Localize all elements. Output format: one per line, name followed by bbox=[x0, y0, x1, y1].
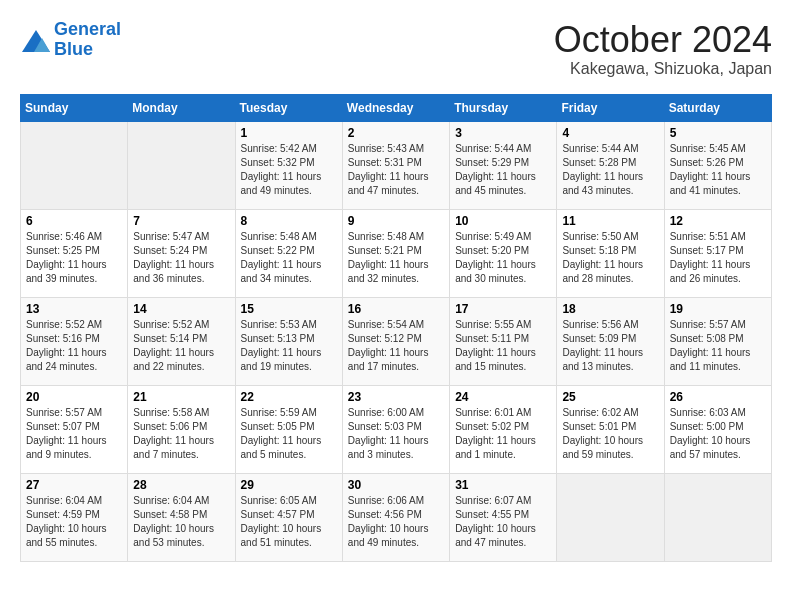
logo-icon bbox=[20, 28, 50, 52]
day-detail: Sunrise: 5:46 AMSunset: 5:25 PMDaylight:… bbox=[26, 230, 122, 286]
calendar-cell: 5Sunrise: 5:45 AMSunset: 5:26 PMDaylight… bbox=[664, 121, 771, 209]
day-number: 6 bbox=[26, 214, 122, 228]
calendar-cell: 9Sunrise: 5:48 AMSunset: 5:21 PMDaylight… bbox=[342, 209, 449, 297]
day-detail: Sunrise: 5:44 AMSunset: 5:28 PMDaylight:… bbox=[562, 142, 658, 198]
day-number: 30 bbox=[348, 478, 444, 492]
day-detail: Sunrise: 5:48 AMSunset: 5:22 PMDaylight:… bbox=[241, 230, 337, 286]
day-number: 15 bbox=[241, 302, 337, 316]
day-number: 25 bbox=[562, 390, 658, 404]
day-number: 18 bbox=[562, 302, 658, 316]
calendar-cell: 26Sunrise: 6:03 AMSunset: 5:00 PMDayligh… bbox=[664, 385, 771, 473]
day-detail: Sunrise: 5:57 AMSunset: 5:07 PMDaylight:… bbox=[26, 406, 122, 462]
day-detail: Sunrise: 5:49 AMSunset: 5:20 PMDaylight:… bbox=[455, 230, 551, 286]
day-number: 20 bbox=[26, 390, 122, 404]
calendar-cell: 8Sunrise: 5:48 AMSunset: 5:22 PMDaylight… bbox=[235, 209, 342, 297]
calendar-cell bbox=[21, 121, 128, 209]
calendar-cell: 25Sunrise: 6:02 AMSunset: 5:01 PMDayligh… bbox=[557, 385, 664, 473]
calendar-cell: 16Sunrise: 5:54 AMSunset: 5:12 PMDayligh… bbox=[342, 297, 449, 385]
day-detail: Sunrise: 5:57 AMSunset: 5:08 PMDaylight:… bbox=[670, 318, 766, 374]
day-detail: Sunrise: 5:56 AMSunset: 5:09 PMDaylight:… bbox=[562, 318, 658, 374]
calendar-cell: 12Sunrise: 5:51 AMSunset: 5:17 PMDayligh… bbox=[664, 209, 771, 297]
logo: General Blue bbox=[20, 20, 121, 60]
day-detail: Sunrise: 5:45 AMSunset: 5:26 PMDaylight:… bbox=[670, 142, 766, 198]
weekday-header-row: SundayMondayTuesdayWednesdayThursdayFrid… bbox=[21, 94, 772, 121]
calendar-cell: 14Sunrise: 5:52 AMSunset: 5:14 PMDayligh… bbox=[128, 297, 235, 385]
calendar-cell: 22Sunrise: 5:59 AMSunset: 5:05 PMDayligh… bbox=[235, 385, 342, 473]
day-number: 31 bbox=[455, 478, 551, 492]
day-detail: Sunrise: 5:43 AMSunset: 5:31 PMDaylight:… bbox=[348, 142, 444, 198]
weekday-header: Wednesday bbox=[342, 94, 449, 121]
day-detail: Sunrise: 6:04 AMSunset: 4:58 PMDaylight:… bbox=[133, 494, 229, 550]
logo-text: General Blue bbox=[54, 20, 121, 60]
day-detail: Sunrise: 5:52 AMSunset: 5:16 PMDaylight:… bbox=[26, 318, 122, 374]
calendar-cell: 18Sunrise: 5:56 AMSunset: 5:09 PMDayligh… bbox=[557, 297, 664, 385]
day-detail: Sunrise: 6:00 AMSunset: 5:03 PMDaylight:… bbox=[348, 406, 444, 462]
calendar-cell: 13Sunrise: 5:52 AMSunset: 5:16 PMDayligh… bbox=[21, 297, 128, 385]
calendar-cell: 11Sunrise: 5:50 AMSunset: 5:18 PMDayligh… bbox=[557, 209, 664, 297]
location: Kakegawa, Shizuoka, Japan bbox=[554, 60, 772, 78]
day-number: 22 bbox=[241, 390, 337, 404]
weekday-header: Monday bbox=[128, 94, 235, 121]
day-number: 1 bbox=[241, 126, 337, 140]
calendar-cell bbox=[128, 121, 235, 209]
day-number: 3 bbox=[455, 126, 551, 140]
day-detail: Sunrise: 5:55 AMSunset: 5:11 PMDaylight:… bbox=[455, 318, 551, 374]
logo-line1: General bbox=[54, 19, 121, 39]
day-detail: Sunrise: 5:54 AMSunset: 5:12 PMDaylight:… bbox=[348, 318, 444, 374]
calendar-cell: 27Sunrise: 6:04 AMSunset: 4:59 PMDayligh… bbox=[21, 473, 128, 561]
day-number: 17 bbox=[455, 302, 551, 316]
weekday-header: Tuesday bbox=[235, 94, 342, 121]
day-detail: Sunrise: 5:59 AMSunset: 5:05 PMDaylight:… bbox=[241, 406, 337, 462]
calendar-week-row: 27Sunrise: 6:04 AMSunset: 4:59 PMDayligh… bbox=[21, 473, 772, 561]
day-detail: Sunrise: 5:52 AMSunset: 5:14 PMDaylight:… bbox=[133, 318, 229, 374]
day-detail: Sunrise: 5:42 AMSunset: 5:32 PMDaylight:… bbox=[241, 142, 337, 198]
month-title: October 2024 bbox=[554, 20, 772, 60]
calendar-cell: 31Sunrise: 6:07 AMSunset: 4:55 PMDayligh… bbox=[450, 473, 557, 561]
calendar-cell: 2Sunrise: 5:43 AMSunset: 5:31 PMDaylight… bbox=[342, 121, 449, 209]
day-detail: Sunrise: 6:07 AMSunset: 4:55 PMDaylight:… bbox=[455, 494, 551, 550]
calendar-cell: 15Sunrise: 5:53 AMSunset: 5:13 PMDayligh… bbox=[235, 297, 342, 385]
day-detail: Sunrise: 5:58 AMSunset: 5:06 PMDaylight:… bbox=[133, 406, 229, 462]
calendar-week-row: 20Sunrise: 5:57 AMSunset: 5:07 PMDayligh… bbox=[21, 385, 772, 473]
day-detail: Sunrise: 6:03 AMSunset: 5:00 PMDaylight:… bbox=[670, 406, 766, 462]
weekday-header: Sunday bbox=[21, 94, 128, 121]
page-header: General Blue October 2024 Kakegawa, Shiz… bbox=[20, 20, 772, 78]
day-detail: Sunrise: 6:05 AMSunset: 4:57 PMDaylight:… bbox=[241, 494, 337, 550]
calendar-table: SundayMondayTuesdayWednesdayThursdayFrid… bbox=[20, 94, 772, 562]
day-detail: Sunrise: 5:50 AMSunset: 5:18 PMDaylight:… bbox=[562, 230, 658, 286]
day-detail: Sunrise: 5:48 AMSunset: 5:21 PMDaylight:… bbox=[348, 230, 444, 286]
day-number: 26 bbox=[670, 390, 766, 404]
day-detail: Sunrise: 6:01 AMSunset: 5:02 PMDaylight:… bbox=[455, 406, 551, 462]
calendar-cell: 24Sunrise: 6:01 AMSunset: 5:02 PMDayligh… bbox=[450, 385, 557, 473]
day-number: 16 bbox=[348, 302, 444, 316]
day-detail: Sunrise: 5:47 AMSunset: 5:24 PMDaylight:… bbox=[133, 230, 229, 286]
calendar-week-row: 6Sunrise: 5:46 AMSunset: 5:25 PMDaylight… bbox=[21, 209, 772, 297]
weekday-header: Saturday bbox=[664, 94, 771, 121]
day-number: 7 bbox=[133, 214, 229, 228]
day-number: 10 bbox=[455, 214, 551, 228]
day-number: 11 bbox=[562, 214, 658, 228]
day-number: 19 bbox=[670, 302, 766, 316]
weekday-header: Thursday bbox=[450, 94, 557, 121]
day-detail: Sunrise: 6:04 AMSunset: 4:59 PMDaylight:… bbox=[26, 494, 122, 550]
day-detail: Sunrise: 5:51 AMSunset: 5:17 PMDaylight:… bbox=[670, 230, 766, 286]
calendar-cell: 28Sunrise: 6:04 AMSunset: 4:58 PMDayligh… bbox=[128, 473, 235, 561]
calendar-cell: 17Sunrise: 5:55 AMSunset: 5:11 PMDayligh… bbox=[450, 297, 557, 385]
calendar-cell: 1Sunrise: 5:42 AMSunset: 5:32 PMDaylight… bbox=[235, 121, 342, 209]
calendar-cell: 30Sunrise: 6:06 AMSunset: 4:56 PMDayligh… bbox=[342, 473, 449, 561]
calendar-cell: 10Sunrise: 5:49 AMSunset: 5:20 PMDayligh… bbox=[450, 209, 557, 297]
calendar-cell bbox=[664, 473, 771, 561]
day-number: 2 bbox=[348, 126, 444, 140]
calendar-cell bbox=[557, 473, 664, 561]
calendar-cell: 6Sunrise: 5:46 AMSunset: 5:25 PMDaylight… bbox=[21, 209, 128, 297]
calendar-week-row: 13Sunrise: 5:52 AMSunset: 5:16 PMDayligh… bbox=[21, 297, 772, 385]
day-detail: Sunrise: 6:02 AMSunset: 5:01 PMDaylight:… bbox=[562, 406, 658, 462]
day-number: 9 bbox=[348, 214, 444, 228]
day-detail: Sunrise: 5:44 AMSunset: 5:29 PMDaylight:… bbox=[455, 142, 551, 198]
logo-line2: Blue bbox=[54, 39, 93, 59]
day-number: 21 bbox=[133, 390, 229, 404]
calendar-cell: 20Sunrise: 5:57 AMSunset: 5:07 PMDayligh… bbox=[21, 385, 128, 473]
day-number: 14 bbox=[133, 302, 229, 316]
calendar-cell: 29Sunrise: 6:05 AMSunset: 4:57 PMDayligh… bbox=[235, 473, 342, 561]
title-block: October 2024 Kakegawa, Shizuoka, Japan bbox=[554, 20, 772, 78]
